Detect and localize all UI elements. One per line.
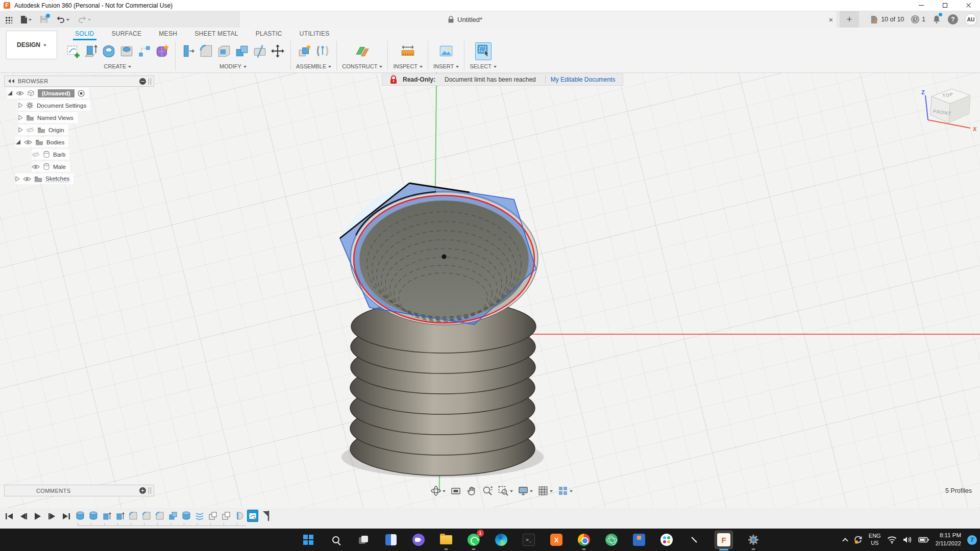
step-forward-button[interactable] [47, 511, 57, 521]
settings-button[interactable] [746, 533, 761, 547]
new-tab-button[interactable]: + [840, 11, 859, 28]
tree-row-barb[interactable]: Barb [32, 149, 69, 160]
tree-label[interactable]: (Unsaved) [38, 89, 75, 97]
app-menu-button[interactable] [3, 15, 14, 24]
history-status[interactable]: 1 [911, 15, 925, 24]
language-indicator[interactable]: ENG US [869, 533, 881, 547]
view-cube[interactable]: TOP FRONT Z X [916, 82, 978, 135]
feature-extrude[interactable] [114, 510, 126, 522]
feature-extrude[interactable] [101, 510, 112, 522]
minimize-button[interactable] [910, 0, 933, 11]
modify-group-label[interactable]: MODIFY [219, 63, 247, 69]
move-copy-button[interactable] [270, 43, 285, 59]
edge-button[interactable] [494, 533, 508, 547]
taskbar-clock[interactable]: 8:11 PM 2/11/2022 [936, 532, 961, 547]
hole-button[interactable] [119, 43, 134, 59]
job-status[interactable]: 10 of 10 [870, 15, 904, 24]
orbit-button[interactable] [430, 485, 446, 496]
visibility-off-icon[interactable] [26, 127, 34, 133]
skip-to-end-button[interactable] [61, 511, 71, 521]
cube-app-button[interactable] [632, 533, 646, 547]
feature-sketch-active[interactable] [247, 510, 258, 522]
tree-label[interactable]: Sketches [45, 176, 69, 182]
notifications-button[interactable] [932, 14, 941, 25]
tab-surface[interactable]: SURFACE [111, 29, 143, 39]
user-avatar[interactable]: AU [965, 13, 977, 26]
visibility-eye-icon[interactable] [24, 140, 32, 145]
redo-button[interactable] [76, 15, 92, 24]
document-tab[interactable]: Untitled* × [239, 11, 836, 28]
shell-button[interactable] [216, 43, 232, 59]
collapsed-arrow-icon[interactable] [18, 115, 23, 120]
fusion-360-taskbar-button[interactable]: F [715, 531, 733, 549]
feature-cylinder[interactable] [88, 510, 99, 522]
sketch-dimension-button[interactable] [137, 43, 152, 59]
feature-combine[interactable] [167, 510, 179, 522]
visibility-eye-icon[interactable] [16, 91, 24, 96]
expanded-arrow-icon[interactable] [7, 90, 13, 96]
tree-label[interactable]: Origin [48, 127, 64, 133]
comments-grip-icon[interactable] [149, 487, 151, 494]
save-button[interactable] [38, 14, 50, 24]
viewports-button[interactable] [557, 485, 573, 496]
measure-button[interactable] [400, 43, 415, 59]
tab-solid[interactable]: SOLID [74, 29, 95, 39]
threaded-cylinder-model[interactable] [286, 143, 572, 490]
activate-radio-icon[interactable] [78, 90, 85, 97]
feature-fillet[interactable] [141, 510, 152, 522]
create-group-label[interactable]: CREATE [104, 63, 132, 69]
new-component-button[interactable] [297, 43, 312, 59]
browser-panel-header[interactable]: BROWSER [4, 76, 154, 87]
start-button[interactable] [301, 533, 315, 547]
tab-sheet-metal[interactable]: SHEET METAL [193, 29, 239, 39]
joint-button[interactable] [315, 43, 330, 59]
zoom-button[interactable] [482, 485, 493, 496]
tree-label[interactable]: Named Views [37, 115, 74, 121]
browser-minimize-icon[interactable] [139, 78, 146, 85]
undo-button[interactable] [55, 15, 71, 24]
tree-row-sketches[interactable]: Sketches [15, 173, 74, 184]
tree-label[interactable]: Bodies [46, 139, 64, 145]
my-editable-documents-link[interactable]: My Editable Documents [551, 76, 616, 83]
wifi-icon[interactable] [887, 536, 897, 544]
feature-pattern[interactable] [207, 510, 218, 522]
show-hidden-icons-chevron[interactable] [842, 538, 848, 543]
visibility-eye-icon[interactable] [23, 177, 31, 182]
close-button[interactable] [957, 0, 980, 11]
select-group-label[interactable]: SELECT [470, 63, 497, 69]
create-sketch-button[interactable] [65, 43, 81, 59]
feature-fillet[interactable] [154, 510, 165, 522]
maximize-button[interactable] [933, 0, 957, 11]
collapsed-arrow-icon[interactable] [18, 103, 23, 108]
display-settings-button[interactable] [518, 485, 533, 496]
insert-group-label[interactable]: INSERT [433, 63, 459, 69]
xampp-button[interactable]: X [549, 533, 564, 547]
comments-panel[interactable]: COMMENTS [4, 485, 154, 496]
revolve-button[interactable] [101, 43, 116, 59]
visibility-eye-icon[interactable] [32, 164, 40, 169]
tree-row-bodies[interactable]: Bodies [15, 137, 68, 147]
inspect-group-label[interactable]: INSPECT [393, 63, 423, 69]
feature-pattern[interactable] [220, 510, 232, 522]
look-at-button[interactable] [450, 485, 461, 496]
file-menu-button[interactable] [19, 14, 33, 25]
assemble-group-label[interactable]: ASSEMBLE [296, 63, 331, 69]
feature-revolve[interactable] [234, 510, 245, 522]
expanded-arrow-icon[interactable] [15, 139, 21, 145]
collapsed-arrow-icon[interactable] [15, 176, 20, 182]
tab-utilities[interactable]: UTILITIES [299, 29, 331, 39]
grid-button[interactable] [537, 485, 553, 496]
file-explorer-button[interactable] [439, 533, 453, 547]
play-button[interactable] [33, 511, 43, 521]
whatsapp-button[interactable]: 1 [467, 533, 481, 547]
collapsed-arrow-icon[interactable] [18, 127, 23, 133]
timeline-marker[interactable] [260, 510, 272, 522]
battery-icon[interactable] [918, 536, 929, 543]
fillet-button[interactable] [199, 43, 214, 59]
step-back-button[interactable] [18, 511, 29, 521]
tree-row-male[interactable]: Male [32, 161, 70, 172]
terminal-button[interactable]: >_ [522, 533, 536, 547]
tab-plastic[interactable]: PLASTIC [255, 29, 283, 39]
feature-fillet[interactable] [128, 510, 139, 522]
tree-row-unsaved[interactable]: (Unsaved) [7, 88, 89, 98]
